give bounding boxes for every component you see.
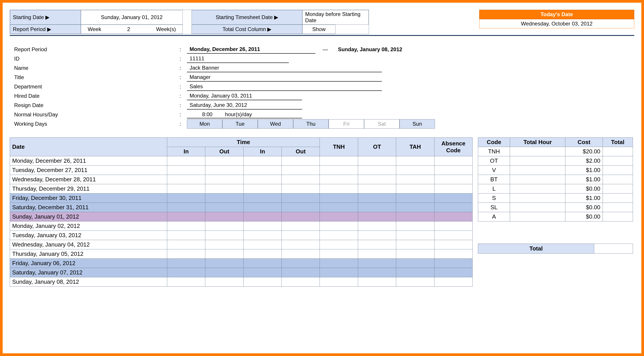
time-cell[interactable] — [282, 268, 320, 277]
time-cell[interactable] — [396, 194, 434, 203]
time-cell[interactable] — [244, 240, 282, 249]
time-cell[interactable] — [205, 249, 244, 259]
time-cell[interactable] — [358, 156, 396, 166]
time-cell[interactable] — [205, 268, 244, 277]
time-cell[interactable] — [358, 231, 396, 240]
time-cell[interactable] — [358, 240, 396, 249]
time-cell[interactable] — [358, 203, 396, 212]
time-cell[interactable] — [434, 166, 472, 175]
time-cell[interactable] — [358, 259, 396, 268]
hired-value[interactable]: Monday, January 03, 2011 — [187, 92, 302, 100]
time-cell[interactable] — [434, 249, 472, 259]
time-cell[interactable] — [244, 268, 282, 277]
time-cell[interactable] — [282, 231, 320, 240]
time-cell[interactable] — [282, 175, 320, 184]
time-cell[interactable] — [205, 240, 244, 249]
time-cell[interactable] — [167, 156, 205, 166]
time-cell[interactable] — [167, 240, 205, 249]
time-cell[interactable] — [282, 184, 320, 194]
time-cell[interactable] — [320, 166, 358, 175]
time-cell[interactable] — [167, 231, 205, 240]
time-cell[interactable] — [434, 268, 472, 277]
time-cell[interactable] — [167, 259, 205, 268]
time-cell[interactable] — [205, 212, 244, 221]
time-cell[interactable] — [167, 166, 205, 175]
time-cell[interactable] — [244, 184, 282, 194]
time-cell[interactable] — [358, 166, 396, 175]
day-mon[interactable]: Mon — [187, 119, 222, 129]
id-value[interactable]: 11111 — [187, 55, 289, 63]
time-cell[interactable] — [244, 175, 282, 184]
report-period-param-value[interactable]: Week 2 Week(s) — [81, 25, 183, 34]
time-cell[interactable] — [282, 249, 320, 259]
time-cell[interactable] — [434, 231, 472, 240]
time-cell[interactable] — [434, 203, 472, 212]
time-cell[interactable] — [396, 259, 434, 268]
time-cell[interactable] — [282, 240, 320, 249]
time-cell[interactable] — [434, 194, 472, 203]
time-cell[interactable] — [244, 166, 282, 175]
normal-hours-value[interactable]: 8:00 hour(s)/day — [187, 111, 302, 118]
time-cell[interactable] — [396, 184, 434, 194]
time-cell[interactable] — [434, 240, 472, 249]
time-cell[interactable] — [434, 259, 472, 268]
time-cell[interactable] — [167, 194, 205, 203]
time-cell[interactable] — [434, 175, 472, 184]
time-cell[interactable] — [434, 212, 472, 221]
time-cell[interactable] — [396, 156, 434, 166]
time-cell[interactable] — [320, 194, 358, 203]
time-cell[interactable] — [167, 277, 205, 287]
time-cell[interactable] — [205, 221, 244, 231]
time-cell[interactable] — [396, 277, 434, 287]
time-cell[interactable] — [320, 221, 358, 231]
time-cell[interactable] — [358, 175, 396, 184]
time-cell[interactable] — [358, 194, 396, 203]
time-cell[interactable] — [358, 268, 396, 277]
time-cell[interactable] — [396, 240, 434, 249]
time-cell[interactable] — [320, 240, 358, 249]
time-cell[interactable] — [320, 212, 358, 221]
time-cell[interactable] — [244, 156, 282, 166]
time-cell[interactable] — [167, 203, 205, 212]
time-cell[interactable] — [320, 268, 358, 277]
time-cell[interactable] — [282, 203, 320, 212]
time-cell[interactable] — [167, 221, 205, 231]
day-sun[interactable]: Sun — [400, 119, 435, 129]
time-cell[interactable] — [320, 203, 358, 212]
time-cell[interactable] — [396, 175, 434, 184]
time-cell[interactable] — [244, 277, 282, 287]
time-cell[interactable] — [167, 212, 205, 221]
time-cell[interactable] — [434, 277, 472, 287]
time-cell[interactable] — [396, 249, 434, 259]
time-cell[interactable] — [167, 249, 205, 259]
time-cell[interactable] — [205, 194, 244, 203]
time-cell[interactable] — [167, 184, 205, 194]
time-cell[interactable] — [205, 156, 244, 166]
total-cost-value[interactable]: Show — [302, 25, 336, 34]
time-cell[interactable] — [396, 166, 434, 175]
day-thu[interactable]: Thu — [293, 119, 329, 129]
time-cell[interactable] — [244, 212, 282, 221]
day-sat[interactable]: Sat — [364, 119, 400, 129]
time-cell[interactable] — [244, 221, 282, 231]
time-cell[interactable] — [282, 194, 320, 203]
starting-ts-value[interactable]: Monday before Starting Date — [302, 10, 369, 25]
time-cell[interactable] — [396, 212, 434, 221]
department-value[interactable]: Sales — [187, 83, 382, 91]
time-cell[interactable] — [205, 203, 244, 212]
time-cell[interactable] — [244, 231, 282, 240]
time-cell[interactable] — [282, 277, 320, 287]
time-cell[interactable] — [167, 268, 205, 277]
time-cell[interactable] — [320, 156, 358, 166]
day-tue[interactable]: Tue — [222, 119, 258, 129]
time-cell[interactable] — [282, 212, 320, 221]
time-cell[interactable] — [320, 231, 358, 240]
name-value[interactable]: Jack Banner — [187, 64, 382, 72]
time-cell[interactable] — [434, 156, 472, 166]
time-cell[interactable] — [434, 184, 472, 194]
time-cell[interactable] — [320, 259, 358, 268]
starting-date-value[interactable]: Sunday, January 01, 2012 — [81, 10, 183, 25]
time-cell[interactable] — [434, 221, 472, 231]
time-cell[interactable] — [205, 184, 244, 194]
time-cell[interactable] — [205, 175, 244, 184]
